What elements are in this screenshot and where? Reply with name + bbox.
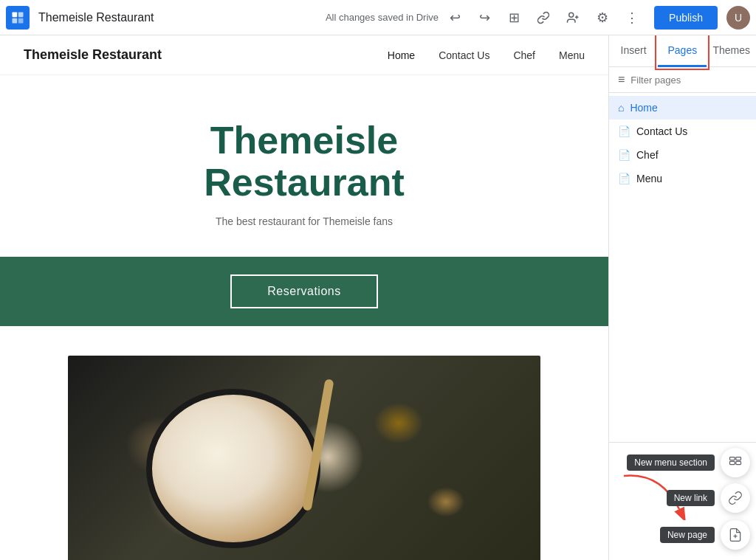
nav-item-menu[interactable]: Menu — [559, 49, 585, 62]
svg-rect-1 — [18, 12, 24, 17]
food-section — [0, 326, 608, 560]
svg-point-4 — [569, 13, 574, 17]
panel-tabs: Insert Pages Themes — [609, 35, 756, 67]
fab-row-page: New page — [660, 520, 750, 550]
page-icon-contact: 📄 — [618, 125, 630, 137]
new-menu-section-tooltip: New menu section — [627, 454, 715, 471]
filter-icon: ≡ — [618, 73, 625, 86]
preview-area: Themeisle Restaurant Home Contact Us Che… — [0, 35, 608, 560]
page-label-chef: Chef — [636, 149, 659, 161]
settings-button[interactable]: ⚙ — [589, 4, 616, 31]
nav-item-home[interactable]: Home — [388, 49, 415, 62]
preview-button[interactable]: ⊞ — [501, 4, 527, 31]
svg-rect-3 — [18, 18, 24, 23]
new-page-button[interactable] — [721, 520, 750, 550]
nav-item-contact[interactable]: Contact Us — [439, 49, 489, 62]
fab-row-menu-section: New menu section — [627, 448, 750, 477]
new-menu-section-button[interactable] — [721, 448, 750, 477]
hero-title: Themeisle Restaurant — [24, 120, 585, 204]
reservations-button[interactable]: Reservations — [230, 274, 377, 308]
svg-rect-11 — [736, 461, 741, 464]
redo-button[interactable]: ↪ — [471, 4, 498, 31]
page-list-item-home[interactable]: ⌂ Home — [609, 96, 756, 120]
page-label-menu: Menu — [636, 173, 662, 184]
new-link-tooltip: New link — [667, 490, 715, 506]
site-nav: Themeisle Restaurant Home Contact Us Che… — [0, 35, 608, 75]
page-list-item-contact[interactable]: 📄 Contact Us — [609, 120, 756, 143]
undo-button[interactable]: ↩ — [441, 4, 468, 31]
svg-rect-9 — [730, 461, 735, 464]
add-collaborator-button[interactable] — [560, 4, 586, 31]
more-options-button[interactable]: ⋮ — [619, 4, 645, 31]
site-nav-links: Home Contact Us Chef Menu — [388, 49, 585, 62]
toolbar: Themeisle Restaurant All changes saved i… — [0, 0, 756, 35]
svg-rect-0 — [13, 12, 18, 17]
fab-row-link: New link — [667, 483, 750, 513]
page-label-home: Home — [630, 102, 657, 114]
save-status: All changes saved in Drive — [326, 12, 439, 23]
filter-bar: ≡ — [609, 67, 756, 93]
reservations-band: Reservations — [0, 257, 608, 326]
new-link-button[interactable] — [721, 483, 750, 513]
food-image — [68, 356, 540, 560]
page-list-item-menu[interactable]: 📄 Menu — [609, 167, 756, 190]
preview-frame: Themeisle Restaurant Home Contact Us Che… — [0, 35, 608, 560]
nav-item-chef[interactable]: Chef — [513, 49, 535, 62]
publish-button[interactable]: Publish — [654, 6, 718, 30]
page-icon-chef: 📄 — [618, 149, 630, 161]
food-image-inner — [68, 356, 540, 560]
tab-pages[interactable]: Pages — [658, 35, 707, 67]
document-title: Themeisle Restaurant — [38, 11, 154, 24]
home-icon: ⌂ — [618, 102, 624, 114]
svg-rect-2 — [13, 18, 18, 23]
google-logo[interactable] — [6, 6, 30, 30]
tab-insert[interactable]: Insert — [609, 35, 658, 67]
panel-bottom: New menu section New link — [609, 442, 756, 560]
filter-input[interactable] — [630, 75, 747, 86]
hero-section: Themeisle Restaurant The best restaurant… — [0, 75, 608, 257]
page-list: ⌂ Home 📄 Contact Us 📄 Chef 📄 Menu — [609, 93, 756, 442]
site-logo: Themeisle Restaurant — [24, 47, 162, 63]
tab-themes[interactable]: Themes — [707, 35, 756, 67]
page-label-contact: Contact Us — [636, 125, 687, 137]
insert-link-button[interactable] — [530, 4, 557, 31]
right-panel: Insert Pages Themes ≡ ⌂ Home 📄 Contact U… — [608, 35, 756, 560]
svg-rect-10 — [736, 457, 741, 460]
main-area: Themeisle Restaurant Home Contact Us Che… — [0, 35, 756, 560]
hero-subtitle: The best restaurant for Themeisle fans — [24, 215, 585, 227]
page-list-item-chef[interactable]: 📄 Chef — [609, 143, 756, 167]
user-avatar[interactable]: U — [726, 6, 750, 30]
svg-rect-8 — [730, 457, 735, 460]
page-icon-menu: 📄 — [618, 173, 630, 184]
new-page-tooltip: New page — [660, 527, 715, 543]
